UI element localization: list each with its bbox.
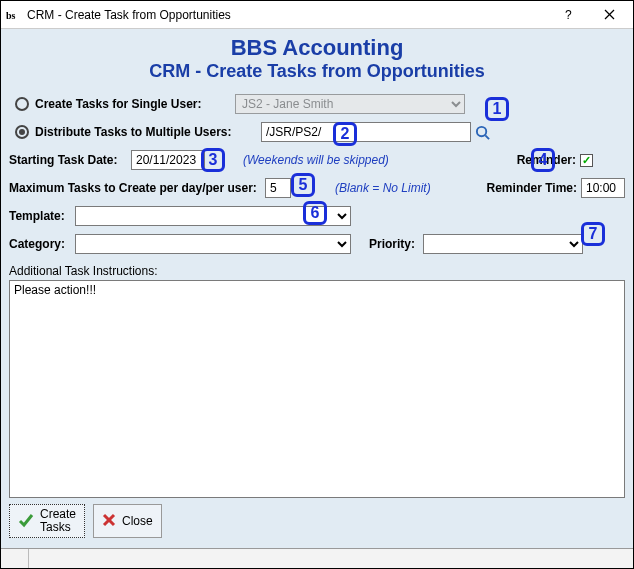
svg-line-5 [485,135,489,139]
template-label: Template: [9,209,75,223]
close-window-button[interactable] [589,3,629,27]
multi-user-input[interactable] [261,122,471,142]
close-button-label: Close [122,514,153,528]
search-icon[interactable] [473,123,491,141]
start-date-label: Starting Task Date: [9,153,131,167]
start-date-input[interactable] [131,150,205,170]
statusbar-spacer [29,549,633,568]
svg-text:bs: bs [6,10,16,21]
single-user-row: Create Tasks for Single User: JS2 - Jane… [15,93,625,115]
single-user-label: Create Tasks for Single User: [35,97,235,111]
category-select[interactable] [75,234,351,254]
statusbar-cell [1,549,29,568]
category-label: Category: [9,237,75,251]
window-title: CRM - Create Task from Opportunities [21,8,549,22]
close-icon [102,513,116,530]
statusbar [1,548,633,568]
template-row: Template: [9,205,625,227]
reminder-label: Reminder: [517,153,576,167]
company-header: BBS Accounting [9,35,625,61]
max-tasks-input[interactable] [265,178,291,198]
multi-user-radio[interactable] [15,125,29,139]
close-button[interactable]: Close [93,504,162,538]
max-tasks-label: Maximum Tasks to Create per day/per user… [9,181,265,195]
multi-user-row: Distribute Tasks to Multiple Users: [15,121,625,143]
max-tasks-row: Maximum Tasks to Create per day/per user… [9,177,625,199]
subtitle-header: CRM - Create Tasks from Opportunities [9,61,625,82]
reminder-checkbox[interactable] [580,154,593,167]
max-tasks-hint: (Blank = No Limit) [335,181,431,195]
reminder-time-input[interactable] [581,178,625,198]
buttons-bar: Create Tasks Close [9,498,625,544]
help-button[interactable]: ? [549,3,589,27]
crm-create-task-window: bs CRM - Create Task from Opportunities … [0,0,634,569]
multi-user-label: Distribute Tasks to Multiple Users: [35,125,261,139]
single-user-radio[interactable] [15,97,29,111]
instructions-label: Additional Task Instructions: [9,264,158,278]
single-user-select[interactable]: JS2 - Jane Smith [235,94,465,114]
svg-point-4 [476,126,485,135]
instructions-textarea[interactable] [9,280,625,498]
reminder-time-label: Reminder Time: [487,181,577,195]
app-icon: bs [5,7,21,23]
start-date-row: Starting Task Date: (Weekends will be sk… [9,149,625,171]
create-tasks-button[interactable]: Create Tasks [9,504,85,538]
priority-select[interactable] [423,234,583,254]
priority-label: Priority: [369,237,423,251]
create-tasks-label: Create Tasks [40,508,76,534]
category-row: Category: Priority: [9,233,625,255]
titlebar: bs CRM - Create Task from Opportunities … [1,1,633,29]
svg-text:?: ? [565,9,572,21]
dialog-content: BBS Accounting CRM - Create Tasks from O… [1,29,633,548]
template-select[interactable] [75,206,351,226]
check-icon [18,512,34,531]
start-date-hint: (Weekends will be skipped) [243,153,389,167]
